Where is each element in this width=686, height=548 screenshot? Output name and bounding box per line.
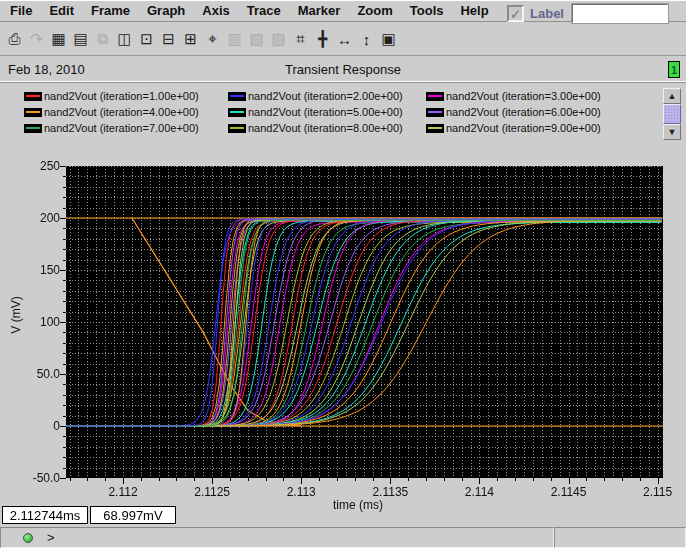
graph-header: Feb 18, 2010 Transient Response 1 [0,57,686,83]
menu-item-help[interactable]: Help [460,3,488,18]
x-tick-label: 2.115 [628,485,686,499]
cursor-x-readout: 2.112744ms [2,506,88,524]
legend-label: nand2Vout (iteration=9.00e+00) [446,122,601,134]
y-tick-label: 150 [16,263,60,277]
legend-item[interactable]: nand2Vout (iteration=6.00e+00) [426,106,601,118]
status-led-icon [23,533,33,543]
y-tick-label: 100 [16,315,60,329]
menu-item-file[interactable]: File [10,3,32,18]
scroll-down-button[interactable]: ▼ [663,124,681,140]
x-tick-label: 2.1145 [539,485,599,499]
trace-swatch-icon [228,124,246,133]
status-right-panel [554,527,686,548]
label-checkbox-label: Label [530,6,564,21]
scroll-up-button[interactable]: ▲ [663,88,681,104]
graph-title: Transient Response [0,62,686,77]
menu-item-graph[interactable]: Graph [147,3,185,18]
y-tick-label: 200 [16,211,60,225]
legend-label: nand2Vout (iteration=5.00e+00) [248,106,403,118]
legend-item[interactable]: nand2Vout (iteration=2.00e+00) [228,90,403,102]
cursor-readouts: 2.112744ms 68.997mV [2,506,178,524]
trace-legend: nand2Vout (iteration=1.00e+00)nand2Vout … [0,84,660,150]
plot-canvas[interactable] [0,150,686,506]
legend-label: nand2Vout (iteration=2.00e+00) [248,90,403,102]
menu-item-zoom[interactable]: Zoom [357,3,392,18]
zoom-fit-icon[interactable]: ╋ [312,29,333,50]
cut-trace-icon: ▧ [246,29,267,50]
menu-item-marker[interactable]: Marker [298,3,341,18]
legend-item[interactable]: nand2Vout (iteration=1.00e+00) [24,90,199,102]
zoom-box-icon[interactable]: ▣ [378,29,399,50]
spectrum-icon: ▨ [268,29,289,50]
toolbar-right: ✓ Label [507,4,668,23]
marker-icon[interactable]: ⌖ [202,29,223,50]
waveform-window: FileEditFrameGraphAxisTraceMarkerZoomToo… [0,0,686,548]
legend-label: nand2Vout (iteration=1.00e+00) [44,90,199,102]
menu-item-frame[interactable]: Frame [91,3,130,18]
legend-label: nand2Vout (iteration=7.00e+00) [44,122,199,134]
legend-item[interactable]: nand2Vout (iteration=4.00e+00) [24,106,199,118]
table-icon: ▥ [224,29,245,50]
console-prompt: > [47,530,55,545]
calculator-icon[interactable]: ⌗ [290,29,311,50]
fit-y-icon[interactable]: ↕ [356,29,377,50]
legend-label: nand2Vout (iteration=6.00e+00) [446,106,601,118]
legend-item[interactable]: nand2Vout (iteration=9.00e+00) [426,122,601,134]
grid-icon[interactable]: ▦ [48,29,69,50]
trace-swatch-icon [24,108,42,117]
trace-swatch-icon [228,92,246,101]
menu-item-trace[interactable]: Trace [247,3,281,18]
trace-swatch-icon [426,108,444,117]
x-tick-label: 2.114 [449,485,509,499]
menu-item-axis[interactable]: Axis [202,3,229,18]
x-tick-label: 2.1135 [360,485,420,499]
x-tick-label: 2.113 [271,485,331,499]
legend-label: nand2Vout (iteration=4.00e+00) [44,106,199,118]
trace-swatch-icon [228,108,246,117]
toolbar: ⎙↷▦▤⧉◫⊡⊟⊞⌖▥▧▨⌗╋↔↕▣ [0,23,686,56]
legend-item[interactable]: nand2Vout (iteration=8.00e+00) [228,122,403,134]
legend-item[interactable]: nand2Vout (iteration=5.00e+00) [228,106,403,118]
status-bar: > [0,527,686,548]
menu-item-tools[interactable]: Tools [410,3,444,18]
overlay-mode-icon[interactable]: ⊞ [180,29,201,50]
trace-swatch-icon [24,124,42,133]
print-icon[interactable]: ⎙ [4,29,25,50]
y-tick-label: 50.0 [16,367,60,381]
cursor-y-readout: 68.997mV [90,506,176,524]
trace-swatch-icon [426,92,444,101]
open-subwindow-icon[interactable]: ⊡ [136,29,157,50]
trace-swatch-icon [24,92,42,101]
strip-lines-icon[interactable]: ▤ [70,29,91,50]
label-checkbox[interactable]: ✓ [507,5,524,22]
scroll-thumb[interactable] [663,104,681,124]
split-window-icon[interactable]: ◫ [114,29,135,50]
legend-item[interactable]: nand2Vout (iteration=7.00e+00) [24,122,199,134]
menu-item-edit[interactable]: Edit [49,3,74,18]
label-input[interactable] [572,4,668,23]
x-tick-label: 2.112 [93,485,153,499]
x-tick-label: 2.1125 [182,485,242,499]
x-axis-label: time (ms) [298,498,418,512]
window-number-badge: 1 [668,61,680,78]
console-panel: > [0,527,554,548]
legend-label: nand2Vout (iteration=3.00e+00) [446,90,601,102]
legend-item[interactable]: nand2Vout (iteration=3.00e+00) [426,90,601,102]
fit-x-icon[interactable]: ↔ [334,29,355,50]
undo-arc-icon: ↷ [26,29,47,50]
y-tick-label: 0 [16,419,60,433]
trace-swatch-icon [426,124,444,133]
copy-window-icon: ⧉ [92,29,113,50]
y-tick-label: 250 [16,159,60,173]
legend-label: nand2Vout (iteration=8.00e+00) [248,122,403,134]
strip-mode-icon[interactable]: ⊟ [158,29,179,50]
y-tick-label: -50.0 [16,471,60,485]
legend-scrollbar[interactable]: ▲ ▼ [663,88,681,158]
